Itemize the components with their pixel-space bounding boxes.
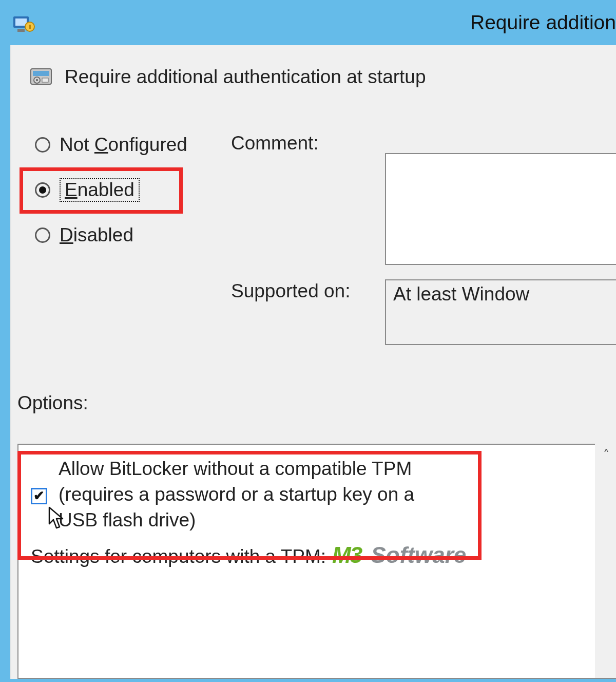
tpm-settings-label: Settings for computers with a TPM: [31, 546, 326, 567]
svg-rect-1 [15, 18, 27, 26]
radio-label: Enabled [60, 178, 140, 202]
supported-row: Supported on: At least Window [231, 279, 616, 345]
option-allow-bitlocker-no-tpm: Allow BitLocker without a compatible TPM… [18, 452, 616, 541]
radio-enabled[interactable]: Enabled [35, 178, 230, 202]
option-text-line1: Allow BitLocker without a compatible TPM [31, 456, 585, 482]
config-row: Not Configured Enabled Disabled Comment:… [11, 132, 616, 345]
comment-label: Comment: [231, 132, 616, 154]
radio-indicator [35, 137, 50, 153]
comment-textarea[interactable] [385, 153, 616, 265]
radio-label: Not Configured [60, 134, 187, 156]
window-frame: Require addition Require additional auth… [0, 0, 616, 682]
supported-label: Supported on: [231, 279, 385, 302]
dialog-body: Require additional authentication at sta… [10, 45, 616, 679]
scroll-up-icon[interactable]: ˄ [595, 443, 616, 466]
option-text-line2: (requires a password or a startup key on… [31, 482, 585, 507]
check-mark-icon: ✔ [33, 489, 45, 502]
watermark-m3: M3 [332, 542, 361, 567]
state-radio-group: Not Configured Enabled Disabled [35, 132, 230, 248]
policy-header: Require additional authentication at sta… [11, 45, 616, 96]
policy-template-icon [29, 65, 53, 89]
options-panel: Allow BitLocker without a compatible TPM… [17, 444, 616, 679]
options-label: Options: [17, 392, 616, 414]
tpm-settings-row: Settings for computers with a TPM: M3 So… [18, 542, 616, 568]
right-column: Comment: Supported on: At least Window [230, 132, 616, 345]
svg-point-8 [36, 79, 38, 81]
svg-rect-9 [42, 78, 48, 82]
radio-not-configured[interactable]: Not Configured [35, 132, 230, 157]
window-title: Require addition [47, 11, 616, 34]
radio-disabled[interactable]: Disabled [35, 223, 230, 248]
options-panel-wrap: Allow BitLocker without a compatible TPM… [17, 444, 616, 679]
svg-rect-6 [33, 71, 49, 76]
policy-app-icon [12, 11, 35, 34]
options-scrollbar[interactable]: ˄ [595, 443, 616, 678]
watermark-software: Software [371, 542, 466, 567]
mouse-cursor-icon [47, 506, 68, 530]
option-text-line3: USB flash drive) [31, 507, 585, 533]
supported-on-value: At least Window [385, 279, 616, 345]
radio-indicator [35, 182, 50, 198]
svg-rect-4 [29, 25, 31, 29]
policy-title: Require additional authentication at sta… [65, 66, 426, 88]
svg-rect-2 [17, 29, 25, 32]
radio-indicator [35, 228, 50, 243]
radio-label: Disabled [60, 224, 133, 246]
checkbox-allow-bitlocker-no-tpm[interactable]: ✔ [31, 488, 47, 504]
titlebar: Require addition [0, 0, 616, 45]
watermark-logo: M3 Software [332, 542, 466, 568]
